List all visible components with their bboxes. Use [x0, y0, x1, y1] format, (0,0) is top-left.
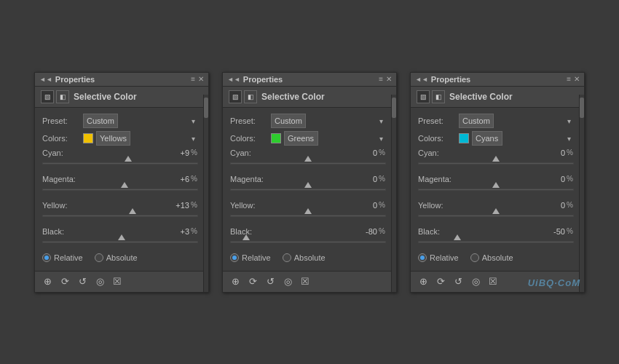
slider-unit: % [379, 227, 386, 235]
undo-icon[interactable]: ↺ [264, 275, 277, 288]
radio-absolute[interactable]: Absolute [283, 253, 326, 262]
visibility-icon[interactable]: ◎ [93, 275, 106, 288]
slider-thumb[interactable] [492, 182, 500, 188]
close-icon[interactable]: ✕ [386, 75, 392, 83]
scrollbar-thumb[interactable] [392, 98, 396, 118]
slider-thumb[interactable] [118, 234, 125, 240]
slider-unit: % [567, 175, 574, 183]
scrollbar-thumb[interactable] [204, 98, 208, 118]
menu-icon[interactable]: ≡ [567, 75, 571, 83]
preset-select[interactable]: Custom [271, 114, 306, 128]
radio-relative[interactable]: Relative [230, 253, 271, 262]
delete-icon[interactable]: ☒ [299, 275, 312, 288]
slider-track-wrapper[interactable] [418, 237, 574, 248]
delete-icon[interactable]: ☒ [111, 275, 124, 288]
menu-icon[interactable]: ≡ [379, 75, 383, 83]
slider-thumb[interactable] [492, 208, 500, 214]
adjustment-icon[interactable]: ◧ [432, 90, 445, 103]
slider-value-area: +3 % [80, 227, 198, 236]
slider-track-wrapper[interactable] [42, 237, 198, 248]
colors-select[interactable]: Greens [284, 131, 318, 146]
add-to-layer-icon[interactable]: ⊕ [229, 275, 242, 288]
scrollbar[interactable] [391, 95, 396, 292]
delete-icon[interactable]: ☒ [486, 275, 500, 288]
slider-track [418, 189, 574, 191]
close-icon[interactable]: ✕ [198, 75, 204, 83]
radio-row: Relative Absolute [230, 253, 386, 262]
slider-track-wrapper[interactable] [42, 185, 198, 195]
scrollbar-thumb[interactable] [580, 98, 584, 118]
slider-track-wrapper[interactable] [230, 237, 386, 248]
radio-relative[interactable]: Relative [42, 253, 83, 262]
undo-icon[interactable]: ↺ [76, 275, 89, 288]
collapse-arrows[interactable]: ◄◄ [415, 76, 428, 83]
adjustment-icon[interactable]: ◧ [56, 90, 69, 103]
radio-absolute[interactable]: Absolute [95, 253, 138, 262]
panel-body: Preset: Custom Colors: Greens Cyan: 0 % [223, 108, 396, 271]
slider-unit: % [191, 149, 198, 157]
slider-track-wrapper[interactable] [418, 185, 574, 195]
preset-select[interactable]: Custom [83, 114, 118, 128]
colors-select[interactable]: Yellows [96, 131, 130, 146]
radio-absolute-circle [470, 253, 479, 262]
slider-thumb[interactable] [243, 234, 250, 240]
slider-track [230, 189, 386, 191]
preset-select[interactable]: Custom [459, 114, 494, 128]
reset-icon[interactable]: ⟳ [246, 275, 259, 288]
slider-track [42, 215, 198, 217]
slider-value-area: 0 % [456, 175, 574, 183]
reset-icon[interactable]: ⟳ [58, 275, 71, 288]
visibility-icon[interactable]: ◎ [281, 275, 294, 288]
slider-thumb[interactable] [121, 182, 128, 188]
scrollbar[interactable] [579, 95, 584, 292]
slider-row-3: Black: -50 % [418, 227, 574, 248]
slider-thumb[interactable] [492, 156, 500, 162]
slider-thumb[interactable] [125, 156, 132, 162]
slider-value-area: +9 % [80, 149, 198, 157]
menu-icon[interactable]: ≡ [191, 75, 195, 83]
mask-icon[interactable]: ▧ [417, 90, 430, 103]
slider-value-area: -80 % [268, 227, 386, 236]
slider-unit: % [567, 227, 574, 235]
slider-thumb[interactable] [304, 182, 312, 188]
mask-icon[interactable]: ▧ [41, 90, 54, 103]
slider-thumb[interactable] [304, 208, 312, 214]
slider-value-area: 0 % [268, 201, 386, 210]
slider-row-0: Cyan: 0 % [230, 149, 386, 169]
slider-thumb[interactable] [454, 234, 461, 240]
slider-track-wrapper[interactable] [230, 185, 386, 195]
slider-unit: % [379, 201, 386, 209]
slider-track-wrapper[interactable] [42, 211, 198, 221]
colors-select[interactable]: Cyans [472, 131, 502, 146]
panel-titlebar: ◄◄ Properties ≡ ✕ [223, 73, 396, 87]
reset-icon[interactable]: ⟳ [434, 275, 447, 288]
adjustment-icon[interactable]: ◧ [244, 90, 257, 103]
slider-label: Cyan: [42, 149, 80, 157]
collapse-arrows[interactable]: ◄◄ [227, 76, 240, 83]
visibility-icon[interactable]: ◎ [469, 275, 482, 288]
slider-track-wrapper[interactable] [418, 159, 574, 169]
radio-relative-label: Relative [54, 253, 83, 262]
radio-relative[interactable]: Relative [418, 253, 459, 262]
close-icon[interactable]: ✕ [574, 75, 580, 83]
add-to-layer-icon[interactable]: ⊕ [417, 275, 430, 288]
panel-header: ▧ ◧ Selective Color [35, 87, 208, 108]
radio-absolute[interactable]: Absolute [470, 253, 513, 262]
slider-track-wrapper[interactable] [418, 211, 574, 221]
preset-select-wrapper: Custom [271, 114, 386, 128]
colors-row: Colors: Yellows [42, 131, 198, 146]
slider-track-wrapper[interactable] [230, 211, 386, 221]
panel-3: ◄◄ Properties ≡ ✕ ▧ ◧ Selective Color Pr… [410, 72, 585, 293]
collapse-arrows[interactable]: ◄◄ [39, 76, 52, 83]
slider-track [418, 241, 574, 243]
slider-track-wrapper[interactable] [230, 159, 386, 169]
slider-thumb[interactable] [304, 156, 312, 162]
undo-icon[interactable]: ↺ [452, 275, 465, 288]
slider-track-wrapper[interactable] [42, 159, 198, 169]
panel-footer: ⊕⟳↺◎☒ [223, 271, 396, 292]
mask-icon[interactable]: ▧ [229, 90, 242, 103]
add-to-layer-icon[interactable]: ⊕ [41, 275, 54, 288]
slider-thumb[interactable] [129, 208, 136, 214]
scrollbar[interactable] [203, 95, 208, 292]
slider-track [230, 215, 386, 217]
